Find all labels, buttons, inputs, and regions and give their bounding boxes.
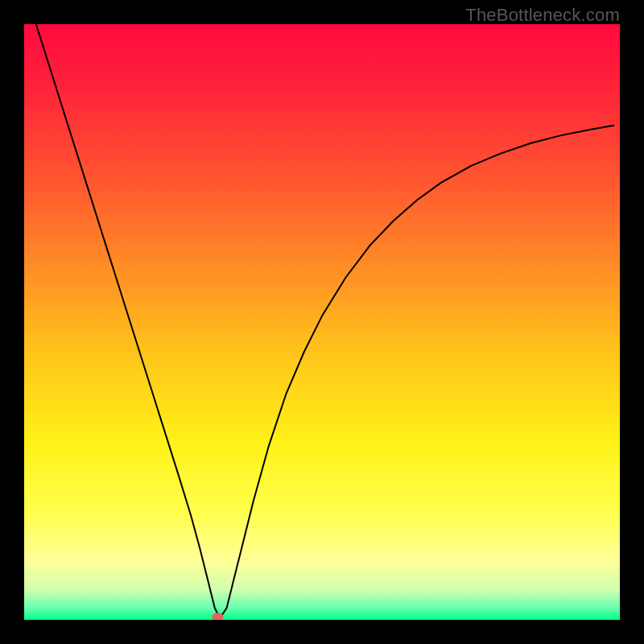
gradient-background xyxy=(24,24,620,620)
watermark-text: TheBottleneck.com xyxy=(465,5,620,26)
chart-container: TheBottleneck.com xyxy=(0,0,644,644)
plot-area xyxy=(24,24,620,620)
svg-rect-0 xyxy=(24,24,620,620)
